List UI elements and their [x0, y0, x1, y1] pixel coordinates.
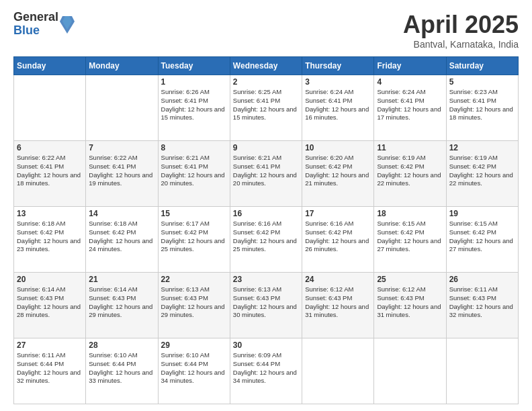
weekday-header-row: Sunday Monday Tuesday Wednesday Thursday… — [14, 57, 519, 75]
day-number: 7 — [89, 143, 154, 152]
table-row: 13Sunrise: 6:18 AM Sunset: 6:42 PM Dayli… — [14, 207, 86, 273]
table-row: 24Sunrise: 6:12 AM Sunset: 6:43 PM Dayli… — [302, 273, 374, 338]
header-saturday: Saturday — [446, 57, 518, 75]
table-row — [14, 75, 86, 141]
day-number: 5 — [449, 77, 515, 87]
title-block: April 2025 Bantval, Karnataka, India — [403, 11, 519, 50]
day-info: Sunrise: 6:19 AM Sunset: 6:42 PM Dayligh… — [449, 154, 515, 188]
day-info: Sunrise: 6:18 AM Sunset: 6:42 PM Dayligh… — [17, 220, 83, 254]
table-row: 22Sunrise: 6:13 AM Sunset: 6:43 PM Dayli… — [158, 273, 230, 338]
day-info: Sunrise: 6:09 AM Sunset: 6:44 PM Dayligh… — [233, 351, 299, 385]
day-number: 24 — [305, 275, 371, 284]
day-info: Sunrise: 6:12 AM Sunset: 6:43 PM Dayligh… — [377, 285, 443, 320]
calendar-week-row: 6Sunrise: 6:22 AM Sunset: 6:41 PM Daylig… — [14, 141, 519, 207]
logo-blue-text: Blue — [13, 24, 58, 38]
day-number: 28 — [89, 340, 154, 350]
table-row: 29Sunrise: 6:10 AM Sunset: 6:44 PM Dayli… — [158, 338, 230, 404]
day-info: Sunrise: 6:10 AM Sunset: 6:44 PM Dayligh… — [161, 351, 227, 385]
calendar-week-row: 1Sunrise: 6:26 AM Sunset: 6:41 PM Daylig… — [14, 75, 519, 141]
logo-general-text: General — [13, 11, 58, 24]
day-info: Sunrise: 6:24 AM Sunset: 6:41 PM Dayligh… — [305, 88, 371, 122]
table-row: 5Sunrise: 6:23 AM Sunset: 6:41 PM Daylig… — [446, 75, 518, 141]
day-info: Sunrise: 6:10 AM Sunset: 6:44 PM Dayligh… — [89, 351, 154, 385]
day-info: Sunrise: 6:15 AM Sunset: 6:42 PM Dayligh… — [377, 220, 443, 254]
logo: General Blue — [13, 11, 75, 38]
day-number: 3 — [305, 77, 371, 87]
day-number: 22 — [161, 275, 227, 284]
day-number: 30 — [233, 340, 299, 350]
day-number: 9 — [233, 143, 299, 152]
day-number: 2 — [233, 77, 299, 87]
day-number: 19 — [449, 209, 515, 218]
table-row: 3Sunrise: 6:24 AM Sunset: 6:41 PM Daylig… — [302, 75, 374, 141]
table-row — [302, 338, 374, 404]
table-row: 21Sunrise: 6:14 AM Sunset: 6:43 PM Dayli… — [86, 273, 158, 338]
day-info: Sunrise: 6:17 AM Sunset: 6:42 PM Dayligh… — [161, 220, 227, 254]
day-number: 11 — [377, 143, 443, 152]
table-row: 30Sunrise: 6:09 AM Sunset: 6:44 PM Dayli… — [230, 338, 302, 404]
day-info: Sunrise: 6:26 AM Sunset: 6:41 PM Dayligh… — [161, 88, 227, 122]
table-row — [374, 338, 446, 404]
day-number: 6 — [17, 143, 83, 152]
day-number: 20 — [17, 275, 83, 284]
day-number: 13 — [17, 209, 83, 218]
day-info: Sunrise: 6:18 AM Sunset: 6:42 PM Dayligh… — [89, 220, 154, 254]
day-number: 16 — [233, 209, 299, 218]
day-info: Sunrise: 6:25 AM Sunset: 6:41 PM Dayligh… — [233, 88, 299, 122]
table-row: 23Sunrise: 6:13 AM Sunset: 6:43 PM Dayli… — [230, 273, 302, 338]
header: General Blue April 2025 Bantval, Karnata… — [13, 11, 519, 50]
day-number: 29 — [161, 340, 227, 350]
day-number: 21 — [89, 275, 154, 284]
day-info: Sunrise: 6:13 AM Sunset: 6:43 PM Dayligh… — [161, 285, 227, 320]
header-tuesday: Tuesday — [158, 57, 230, 75]
table-row: 14Sunrise: 6:18 AM Sunset: 6:42 PM Dayli… — [86, 207, 158, 273]
calendar-week-row: 13Sunrise: 6:18 AM Sunset: 6:42 PM Dayli… — [14, 207, 519, 273]
day-info: Sunrise: 6:11 AM Sunset: 6:44 PM Dayligh… — [17, 351, 83, 385]
table-row: 15Sunrise: 6:17 AM Sunset: 6:42 PM Dayli… — [158, 207, 230, 273]
table-row: 9Sunrise: 6:21 AM Sunset: 6:41 PM Daylig… — [230, 141, 302, 207]
table-row: 25Sunrise: 6:12 AM Sunset: 6:43 PM Dayli… — [374, 273, 446, 338]
header-monday: Monday — [86, 57, 158, 75]
day-info: Sunrise: 6:11 AM Sunset: 6:43 PM Dayligh… — [449, 285, 515, 320]
day-number: 17 — [305, 209, 371, 218]
table-row: 18Sunrise: 6:15 AM Sunset: 6:42 PM Dayli… — [374, 207, 446, 273]
table-row: 1Sunrise: 6:26 AM Sunset: 6:41 PM Daylig… — [158, 75, 230, 141]
table-row: 4Sunrise: 6:24 AM Sunset: 6:41 PM Daylig… — [374, 75, 446, 141]
table-row: 20Sunrise: 6:14 AM Sunset: 6:43 PM Dayli… — [14, 273, 86, 338]
day-number: 18 — [377, 209, 443, 218]
day-number: 23 — [233, 275, 299, 284]
calendar-week-row: 20Sunrise: 6:14 AM Sunset: 6:43 PM Dayli… — [14, 273, 519, 338]
day-info: Sunrise: 6:19 AM Sunset: 6:42 PM Dayligh… — [377, 154, 443, 188]
header-thursday: Thursday — [302, 57, 374, 75]
table-row — [86, 75, 158, 141]
day-number: 1 — [161, 77, 227, 87]
day-info: Sunrise: 6:24 AM Sunset: 6:41 PM Dayligh… — [377, 88, 443, 122]
day-number: 27 — [17, 340, 83, 350]
day-info: Sunrise: 6:16 AM Sunset: 6:42 PM Dayligh… — [305, 220, 371, 254]
table-row: 2Sunrise: 6:25 AM Sunset: 6:41 PM Daylig… — [230, 75, 302, 141]
day-info: Sunrise: 6:21 AM Sunset: 6:41 PM Dayligh… — [161, 154, 227, 188]
calendar-week-row: 27Sunrise: 6:11 AM Sunset: 6:44 PM Dayli… — [14, 338, 519, 404]
header-sunday: Sunday — [14, 57, 86, 75]
table-row: 19Sunrise: 6:15 AM Sunset: 6:42 PM Dayli… — [446, 207, 518, 273]
calendar-table: Sunday Monday Tuesday Wednesday Thursday… — [13, 56, 519, 404]
table-row: 27Sunrise: 6:11 AM Sunset: 6:44 PM Dayli… — [14, 338, 86, 404]
day-number: 26 — [449, 275, 515, 284]
day-number: 8 — [161, 143, 227, 152]
location: Bantval, Karnataka, India — [403, 39, 519, 50]
table-row: 6Sunrise: 6:22 AM Sunset: 6:41 PM Daylig… — [14, 141, 86, 207]
logo-icon — [60, 15, 75, 34]
calendar-page: General Blue April 2025 Bantval, Karnata… — [0, 0, 532, 411]
day-number: 25 — [377, 275, 443, 284]
day-info: Sunrise: 6:22 AM Sunset: 6:41 PM Dayligh… — [17, 154, 83, 188]
table-row: 7Sunrise: 6:22 AM Sunset: 6:41 PM Daylig… — [86, 141, 158, 207]
day-info: Sunrise: 6:20 AM Sunset: 6:42 PM Dayligh… — [305, 154, 371, 188]
table-row: 26Sunrise: 6:11 AM Sunset: 6:43 PM Dayli… — [446, 273, 518, 338]
day-info: Sunrise: 6:23 AM Sunset: 6:41 PM Dayligh… — [449, 88, 515, 122]
month-title: April 2025 — [403, 11, 519, 39]
header-wednesday: Wednesday — [230, 57, 302, 75]
day-number: 10 — [305, 143, 371, 152]
day-info: Sunrise: 6:16 AM Sunset: 6:42 PM Dayligh… — [233, 220, 299, 254]
day-info: Sunrise: 6:14 AM Sunset: 6:43 PM Dayligh… — [17, 285, 83, 320]
table-row: 10Sunrise: 6:20 AM Sunset: 6:42 PM Dayli… — [302, 141, 374, 207]
